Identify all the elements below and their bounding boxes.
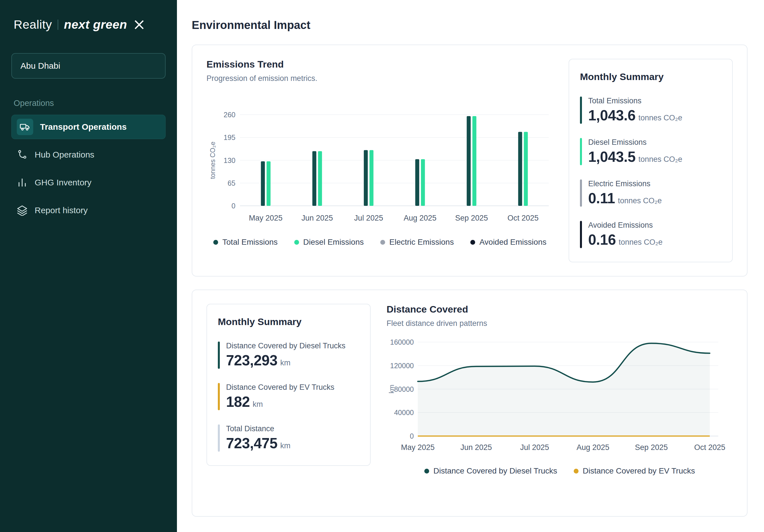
stat-label: Distance Covered by Diesel Trucks bbox=[226, 341, 345, 350]
legend-ev-distance[interactable]: Distance Covered by EV Trucks bbox=[574, 466, 695, 475]
svg-text:tonnes CO₂e: tonnes CO₂e bbox=[209, 142, 216, 179]
legend-dot bbox=[470, 240, 475, 245]
svg-text:40000: 40000 bbox=[394, 409, 414, 417]
layers-icon bbox=[17, 205, 28, 216]
legend-dot bbox=[574, 469, 579, 473]
legend-label: Distance Covered by Diesel Trucks bbox=[433, 466, 557, 475]
legend-total-emissions[interactable]: Total Emissions bbox=[213, 238, 278, 247]
legend-dot bbox=[213, 240, 218, 245]
distance-card: Monthly Summary Distance Covered by Dies… bbox=[192, 290, 747, 517]
distance-card-title: Distance Covered bbox=[387, 304, 733, 315]
stat-label: Total Distance bbox=[226, 424, 290, 433]
svg-text:Jul 2025: Jul 2025 bbox=[354, 214, 383, 222]
stat-accent-bar bbox=[580, 221, 582, 248]
stat-diesel-emissions: Diesel Emissions 1,043.5 tonnes CO₂e bbox=[580, 138, 721, 165]
sidebar-nav: Transport Operations Hub Operations GHG … bbox=[11, 115, 166, 226]
svg-text:Oct 2025: Oct 2025 bbox=[507, 214, 539, 222]
svg-text:130: 130 bbox=[224, 156, 236, 164]
distance-legend: Distance Covered by Diesel Trucks Distan… bbox=[387, 466, 733, 475]
stat-unit: tonnes CO₂e bbox=[639, 155, 682, 164]
stat-label: Electric Emissions bbox=[588, 180, 662, 188]
stat-label: Total Emissions bbox=[588, 96, 682, 105]
stat-value: 0.16 bbox=[588, 231, 616, 248]
stat-accent-bar bbox=[580, 96, 582, 124]
sidebar-item-report-history[interactable]: Report history bbox=[11, 198, 166, 222]
location-value: Abu Dhabi bbox=[20, 61, 60, 71]
stat-value: 182 bbox=[226, 393, 250, 410]
legend-diesel-emissions[interactable]: Diesel Emissions bbox=[294, 238, 364, 247]
location-selector[interactable]: Abu Dhabi bbox=[11, 53, 166, 78]
brand-secondary: next green bbox=[64, 18, 127, 32]
stat-value: 1,043.5 bbox=[588, 149, 636, 165]
stat-accent-bar bbox=[580, 180, 582, 207]
truck-icon bbox=[17, 119, 33, 135]
stat-value: 723,293 bbox=[226, 352, 278, 369]
legend-avoided-emissions[interactable]: Avoided Emissions bbox=[470, 238, 546, 247]
svg-text:Jun 2025: Jun 2025 bbox=[301, 214, 333, 222]
stat-avoided-emissions: Avoided Emissions 0.16 tonnes CO₂e bbox=[580, 221, 721, 248]
emissions-summary-panel: Monthly Summary Total Emissions 1,043.6 … bbox=[569, 59, 733, 262]
stat-value: 0.11 bbox=[588, 190, 615, 207]
svg-text:Sep 2025: Sep 2025 bbox=[455, 214, 488, 222]
legend-electric-emissions[interactable]: Electric Emissions bbox=[380, 238, 454, 247]
stat-accent-bar bbox=[218, 383, 220, 410]
page-title: Environmental Impact bbox=[192, 19, 747, 32]
svg-text:Aug 2025: Aug 2025 bbox=[577, 443, 610, 452]
svg-text:May 2025: May 2025 bbox=[401, 443, 435, 452]
distance-area-chart: 04000080000120000160000May 2025Jun 2025J… bbox=[387, 337, 727, 457]
svg-text:65: 65 bbox=[228, 179, 236, 187]
emissions-summary-title: Monthly Summary bbox=[580, 71, 721, 82]
sidebar-item-label: Report history bbox=[35, 205, 88, 215]
svg-text:0: 0 bbox=[410, 432, 414, 440]
svg-text:Aug 2025: Aug 2025 bbox=[404, 214, 437, 222]
sidebar-item-label: Transport Operations bbox=[40, 122, 127, 132]
stat-total-emissions: Total Emissions 1,043.6 tonnes CO₂e bbox=[580, 96, 721, 124]
svg-text:Sep 2025: Sep 2025 bbox=[635, 443, 668, 452]
svg-text:May 2025: May 2025 bbox=[249, 214, 283, 222]
legend-dot bbox=[424, 469, 429, 473]
legend-diesel-distance[interactable]: Distance Covered by Diesel Trucks bbox=[424, 466, 557, 475]
legend-label: Total Emissions bbox=[222, 238, 278, 247]
sidebar-item-transport-operations[interactable]: Transport Operations bbox=[11, 115, 166, 139]
sidebar-item-label: GHG Inventory bbox=[35, 178, 92, 188]
distance-chart-area: Distance Covered Fleet distance driven p… bbox=[387, 304, 733, 502]
bar-chart-icon bbox=[17, 177, 28, 188]
stat-unit: km bbox=[253, 400, 263, 409]
svg-text:km: km bbox=[388, 385, 395, 393]
stat-ev-distance: Distance Covered by EV Trucks 182 km bbox=[218, 383, 359, 410]
emissions-card-title: Emissions Trend bbox=[207, 59, 553, 70]
stat-electric-emissions: Electric Emissions 0.11 tonnes CO₂e bbox=[580, 180, 721, 207]
emissions-card: Emissions Trend Progression of emission … bbox=[192, 45, 747, 277]
legend-label: Electric Emissions bbox=[389, 238, 454, 247]
legend-dot bbox=[294, 240, 299, 245]
legend-dot bbox=[380, 240, 385, 245]
stat-accent-bar bbox=[580, 138, 582, 165]
hub-icon bbox=[17, 149, 28, 160]
legend-label: Distance Covered by EV Trucks bbox=[583, 466, 695, 475]
sidebar-item-ghg-inventory[interactable]: GHG Inventory bbox=[11, 170, 166, 195]
stat-total-distance: Total Distance 723,475 km bbox=[218, 424, 359, 452]
svg-text:195: 195 bbox=[224, 133, 236, 141]
stat-unit: km bbox=[280, 358, 290, 367]
distance-card-subtitle: Fleet distance driven patterns bbox=[387, 319, 733, 328]
svg-text:260: 260 bbox=[224, 111, 236, 119]
svg-text:Jun 2025: Jun 2025 bbox=[461, 443, 492, 452]
svg-text:Jul 2025: Jul 2025 bbox=[520, 443, 549, 452]
stat-unit: tonnes CO₂e bbox=[618, 197, 662, 205]
brand-x-icon bbox=[134, 19, 144, 30]
sidebar-item-label: Hub Operations bbox=[35, 150, 94, 160]
stat-label: Diesel Emissions bbox=[588, 138, 682, 147]
svg-text:160000: 160000 bbox=[390, 338, 414, 346]
distance-summary-title: Monthly Summary bbox=[218, 316, 359, 327]
brand-divider bbox=[58, 20, 58, 30]
svg-text:Oct 2025: Oct 2025 bbox=[694, 443, 725, 452]
emissions-bar-chart: 065130195260May 2025Jun 2025Jul 2025Aug … bbox=[207, 110, 552, 228]
stat-unit: tonnes CO₂e bbox=[619, 238, 663, 247]
emissions-card-subtitle: Progression of emission metrics. bbox=[207, 74, 553, 83]
stat-label: Distance Covered by EV Trucks bbox=[226, 383, 334, 392]
stat-accent-bar bbox=[218, 341, 220, 369]
stat-accent-bar bbox=[218, 424, 220, 452]
sidebar: Reality next green Abu Dhabi Operations … bbox=[0, 0, 177, 532]
legend-label: Diesel Emissions bbox=[303, 238, 364, 247]
sidebar-item-hub-operations[interactable]: Hub Operations bbox=[11, 143, 166, 167]
